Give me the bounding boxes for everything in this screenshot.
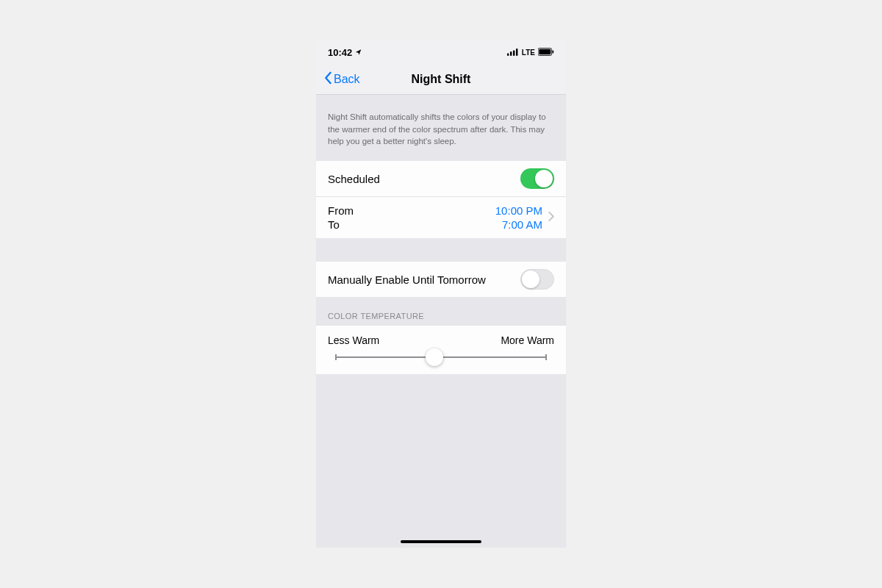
svg-rect-6: [552, 50, 553, 53]
manual-enable-label: Manually Enable Until Tomorrow: [328, 273, 486, 286]
status-time: 10:42: [328, 47, 352, 58]
slider-min-label: Less Warm: [328, 334, 379, 346]
color-temperature-slider[interactable]: [335, 356, 547, 358]
slider-max-label: More Warm: [501, 334, 554, 346]
scheduled-toggle[interactable]: [520, 168, 554, 189]
manual-enable-toggle[interactable]: [520, 269, 554, 290]
back-button[interactable]: Back: [323, 71, 360, 87]
location-arrow-icon: [355, 47, 362, 58]
chevron-left-icon: [323, 71, 332, 87]
battery-icon: [538, 47, 554, 58]
to-value: 7:00 AM: [502, 218, 542, 231]
scheduled-group: Scheduled From 10:00 PM To 7:00 AM: [316, 161, 566, 238]
slider-knob[interactable]: [426, 348, 443, 366]
feature-description: Night Shift automatically shifts the col…: [316, 95, 566, 161]
schedule-times-row[interactable]: From 10:00 PM To 7:00 AM: [316, 197, 566, 238]
back-label: Back: [334, 73, 360, 86]
status-bar: 10:42 LTE: [316, 40, 566, 64]
svg-rect-2: [513, 50, 514, 55]
svg-rect-5: [539, 49, 551, 54]
svg-rect-3: [516, 49, 517, 56]
nav-bar: Back Night Shift: [316, 64, 566, 95]
phone-screen: 10:42 LTE: [316, 40, 566, 548]
signal-strength-icon: [507, 47, 519, 58]
color-temperature-header: COLOR TEMPERATURE: [316, 297, 566, 325]
scheduled-label: Scheduled: [328, 173, 380, 185]
svg-rect-0: [507, 53, 509, 55]
from-value: 10:00 PM: [495, 204, 542, 217]
scheduled-row[interactable]: Scheduled: [316, 161, 566, 197]
manual-enable-row[interactable]: Manually Enable Until Tomorrow: [316, 262, 566, 297]
from-label: From: [328, 204, 354, 217]
svg-rect-1: [510, 51, 512, 56]
empty-space: [316, 383, 566, 548]
manual-group: Manually Enable Until Tomorrow: [316, 262, 566, 297]
chevron-right-icon: [548, 212, 554, 223]
color-temperature-cell: Less Warm More Warm: [316, 325, 566, 374]
home-indicator[interactable]: [401, 540, 481, 543]
to-label: To: [328, 218, 340, 231]
network-label: LTE: [522, 49, 535, 57]
